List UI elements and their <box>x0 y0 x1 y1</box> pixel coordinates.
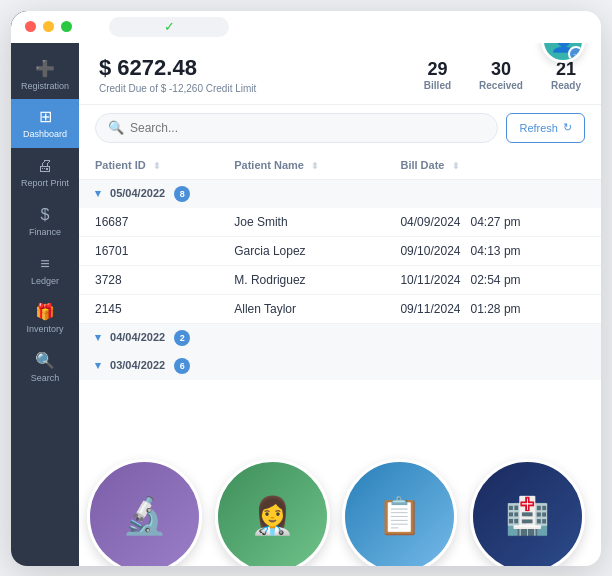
table-row[interactable]: 2145 Allen Taylor 09/11/2024 01:28 pm <box>79 294 601 323</box>
table-row[interactable]: 16687 Joe Smith 04/09/2024 04:27 pm <box>79 208 601 237</box>
table-container: Patient ID ⬍ Patient Name ⬍ Bill Date ⬍ <box>79 151 601 566</box>
sidebar-label-dashboard: Dashboard <box>23 129 67 140</box>
group-row-3[interactable]: ▾ 03/04/2022 6 <box>79 352 601 380</box>
balance-section: $ 6272.48 Credit Due of $ -12,260 Credit… <box>99 55 256 94</box>
finance-icon: $ <box>41 207 50 223</box>
search-icon: 🔍 <box>108 120 124 135</box>
sidebar-label-finance: Finance <box>29 227 61 238</box>
titlebar: ✓ <box>11 11 601 43</box>
group-date-2: 04/04/2022 <box>110 331 165 343</box>
group-badge-1: 8 <box>174 186 190 202</box>
group-arrow-3: ▾ <box>95 359 101 371</box>
group-badge-2: 2 <box>174 330 190 346</box>
main-content: $ 6272.48 Credit Due of $ -12,260 Credit… <box>79 11 601 566</box>
stat-received-number: 30 <box>479 59 523 80</box>
registration-icon: ➕ <box>35 61 55 77</box>
sidebar-item-finance[interactable]: $ Finance <box>11 197 79 246</box>
sidebar-label-inventory: Inventory <box>26 324 63 335</box>
col-patient-name: Patient Name ⬍ <box>218 151 384 180</box>
table-header-row: Patient ID ⬍ Patient Name ⬍ Bill Date ⬍ <box>79 151 601 180</box>
cell-date: 09/11/2024 01:28 pm <box>384 294 601 323</box>
cell-date: 10/11/2024 02:54 pm <box>384 265 601 294</box>
cell-date: 04/09/2024 04:27 pm <box>384 208 601 237</box>
cell-id: 2145 <box>79 294 218 323</box>
col-bill-date: Bill Date ⬍ <box>384 151 601 180</box>
titlebar-pill: ✓ <box>109 17 229 37</box>
col-patient-id-sort[interactable]: ⬍ <box>153 161 161 171</box>
col-patient-name-label: Patient Name <box>234 159 304 171</box>
ledger-icon: ≡ <box>40 256 49 272</box>
cell-id: 16701 <box>79 236 218 265</box>
table-row[interactable]: 3728 M. Rodriguez 10/11/2024 02:54 pm <box>79 265 601 294</box>
check-icon: ✓ <box>164 19 175 34</box>
sidebar-item-report-print[interactable]: 🖨 Report Print <box>11 148 79 197</box>
table-body: ▾ 05/04/2022 8 16687 Joe Smith 04/09/202… <box>79 179 601 380</box>
cell-name: Allen Taylor <box>218 294 384 323</box>
group-date-1: 05/04/2022 <box>110 187 165 199</box>
col-patient-id: Patient ID ⬍ <box>79 151 218 180</box>
sidebar-label-registration: Registration <box>21 81 69 92</box>
group-badge-3: 6 <box>174 358 190 374</box>
sidebar-item-dashboard[interactable]: ⊞ Dashboard <box>11 99 79 148</box>
minimize-dot[interactable] <box>43 21 54 32</box>
search-box[interactable]: 🔍 <box>95 113 498 143</box>
col-bill-date-label: Bill Date <box>400 159 444 171</box>
balance-subtitle: Credit Due of $ -12,260 Credit Limit <box>99 83 256 94</box>
sidebar-label-report-print: Report Print <box>21 178 69 189</box>
col-patient-name-sort[interactable]: ⬍ <box>311 161 319 171</box>
stats-section: 29 Billed 30 Received 21 Ready <box>424 59 581 91</box>
col-bill-date-sort[interactable]: ⬍ <box>452 161 460 171</box>
group-arrow-1: ▾ <box>95 187 101 199</box>
stat-billed-number: 29 <box>424 59 451 80</box>
sidebar-item-inventory[interactable]: 🎁 Inventory <box>11 294 79 343</box>
report-print-icon: 🖨 <box>37 158 53 174</box>
group-row-2[interactable]: ▾ 04/04/2022 2 <box>79 323 601 352</box>
search-input[interactable] <box>130 121 485 135</box>
group-arrow-2: ▾ <box>95 331 101 343</box>
cell-name: M. Rodriguez <box>218 265 384 294</box>
header-section: $ 6272.48 Credit Due of $ -12,260 Credit… <box>79 43 601 105</box>
inventory-icon: 🎁 <box>35 304 55 320</box>
cell-name: Garcia Lopez <box>218 236 384 265</box>
refresh-label: Refresh <box>519 122 558 134</box>
sidebar-item-ledger[interactable]: ≡ Ledger <box>11 246 79 295</box>
stat-ready: 21 Ready <box>551 59 581 91</box>
refresh-icon: ↻ <box>563 121 572 134</box>
stat-billed: 29 Billed <box>424 59 451 91</box>
stat-received: 30 Received <box>479 59 523 91</box>
cell-date: 09/10/2024 04:13 pm <box>384 236 601 265</box>
close-dot[interactable] <box>25 21 36 32</box>
cell-id: 3728 <box>79 265 218 294</box>
stat-billed-label: Billed <box>424 80 451 91</box>
avatar-badge: → <box>568 46 584 62</box>
patient-table: Patient ID ⬍ Patient Name ⬍ Bill Date ⬍ <box>79 151 601 380</box>
sidebar-label-search: Search <box>31 373 60 384</box>
search-sidebar-icon: 🔍 <box>35 353 55 369</box>
cell-name: Joe Smith <box>218 208 384 237</box>
sidebar-label-ledger: Ledger <box>31 276 59 287</box>
main-window: ✓ 👤 → ➕ Registration ⊞ Dashboard 🖨 Repor… <box>11 11 601 566</box>
sidebar-item-search[interactable]: 🔍 Search <box>11 343 79 392</box>
stat-received-label: Received <box>479 80 523 91</box>
refresh-button[interactable]: Refresh ↻ <box>506 113 585 143</box>
cell-id: 16687 <box>79 208 218 237</box>
table-row[interactable]: 16701 Garcia Lopez 09/10/2024 04:13 pm <box>79 236 601 265</box>
dashboard-icon: ⊞ <box>39 109 52 125</box>
group-date-3: 03/04/2022 <box>110 359 165 371</box>
toolbar: 🔍 Refresh ↻ <box>79 105 601 151</box>
sidebar: ➕ Registration ⊞ Dashboard 🖨 Report Prin… <box>11 11 79 566</box>
sidebar-item-registration[interactable]: ➕ Registration <box>11 51 79 100</box>
col-patient-id-label: Patient ID <box>95 159 146 171</box>
group-row-1[interactable]: ▾ 05/04/2022 8 <box>79 179 601 208</box>
balance-amount: $ 6272.48 <box>99 55 256 81</box>
maximize-dot[interactable] <box>61 21 72 32</box>
stat-ready-label: Ready <box>551 80 581 91</box>
